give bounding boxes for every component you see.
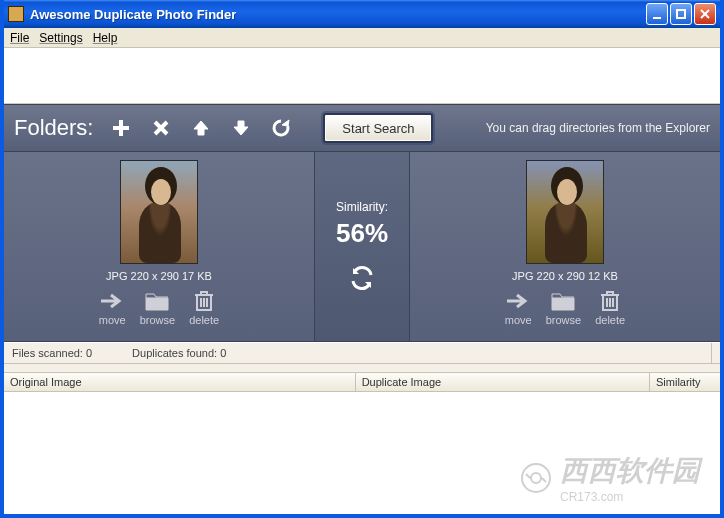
arrow-down-icon <box>232 119 250 137</box>
swap-button[interactable] <box>349 265 375 293</box>
maximize-button[interactable] <box>670 3 692 25</box>
svg-point-4 <box>522 464 550 492</box>
move-icon <box>505 290 531 312</box>
similarity-panel: Similarity: 56% <box>314 152 410 341</box>
folder-list-area[interactable] <box>4 48 720 104</box>
compare-area: JPG 220 x 290 17 KB move browse delete <box>4 152 720 342</box>
app-window: Awesome Duplicate Photo Finder File Sett… <box>0 0 724 518</box>
maximize-icon <box>675 8 687 20</box>
folder-up-icon <box>550 290 576 312</box>
move-up-button[interactable] <box>185 112 217 144</box>
tab-strip <box>4 364 720 372</box>
results-list[interactable]: 西西软件园 CR173.com <box>4 392 720 514</box>
col-duplicate[interactable]: Duplicate Image <box>356 373 650 391</box>
watermark-icon <box>518 460 554 496</box>
right-thumbnail[interactable] <box>526 160 604 264</box>
menu-file[interactable]: File <box>10 31 29 45</box>
left-meta: JPG 220 x 290 17 KB <box>106 270 212 282</box>
svg-point-5 <box>531 473 541 483</box>
results-header: Original Image Duplicate Image Similarit… <box>4 372 720 392</box>
left-browse-button[interactable]: browse <box>140 290 175 326</box>
toolbar: Folders: Start Search You can drag direc… <box>4 104 720 152</box>
swap-icon <box>349 265 375 291</box>
right-move-button[interactable]: move <box>505 290 532 326</box>
left-thumbnail[interactable] <box>120 160 198 264</box>
left-delete-button[interactable]: delete <box>189 290 219 326</box>
move-down-button[interactable] <box>225 112 257 144</box>
window-title: Awesome Duplicate Photo Finder <box>30 7 646 22</box>
status-separator <box>711 343 712 363</box>
menu-bar: File Settings Help <box>4 28 720 48</box>
x-icon <box>152 119 170 137</box>
files-scanned: Files scanned: 0 <box>12 347 92 359</box>
left-panel: JPG 220 x 290 17 KB move browse delete <box>4 152 314 341</box>
menu-help[interactable]: Help <box>93 31 118 45</box>
col-similarity[interactable]: Similarity <box>650 373 720 391</box>
right-delete-button[interactable]: delete <box>595 290 625 326</box>
refresh-button[interactable] <box>265 112 297 144</box>
similarity-label: Similarity: <box>336 200 388 214</box>
right-panel: JPG 220 x 290 12 KB move browse delete <box>410 152 720 341</box>
remove-folder-button[interactable] <box>145 112 177 144</box>
right-browse-button[interactable]: browse <box>546 290 581 326</box>
app-icon <box>8 6 24 22</box>
watermark: 西西软件园 CR173.com <box>518 452 700 504</box>
close-icon <box>699 8 711 20</box>
arrow-up-icon <box>192 119 210 137</box>
menu-settings[interactable]: Settings <box>39 31 82 45</box>
similarity-value: 56% <box>336 218 388 249</box>
folders-label: Folders: <box>14 115 93 141</box>
add-folder-button[interactable] <box>105 112 137 144</box>
minimize-icon <box>651 8 663 20</box>
right-meta: JPG 220 x 290 12 KB <box>512 270 618 282</box>
trash-icon <box>597 290 623 312</box>
left-move-button[interactable]: move <box>99 290 126 326</box>
start-search-button[interactable]: Start Search <box>323 113 433 143</box>
duplicates-found: Duplicates found: 0 <box>132 347 226 359</box>
col-original[interactable]: Original Image <box>4 373 356 391</box>
folder-up-icon <box>144 290 170 312</box>
titlebar[interactable]: Awesome Duplicate Photo Finder <box>4 0 720 28</box>
move-icon <box>99 290 125 312</box>
plus-icon <box>111 118 131 138</box>
refresh-icon <box>271 118 291 138</box>
status-bar: Files scanned: 0 Duplicates found: 0 <box>4 342 720 364</box>
minimize-button[interactable] <box>646 3 668 25</box>
close-button[interactable] <box>694 3 716 25</box>
svg-rect-1 <box>677 10 685 18</box>
toolbar-hint: You can drag directories from the Explor… <box>486 121 710 135</box>
trash-icon <box>191 290 217 312</box>
